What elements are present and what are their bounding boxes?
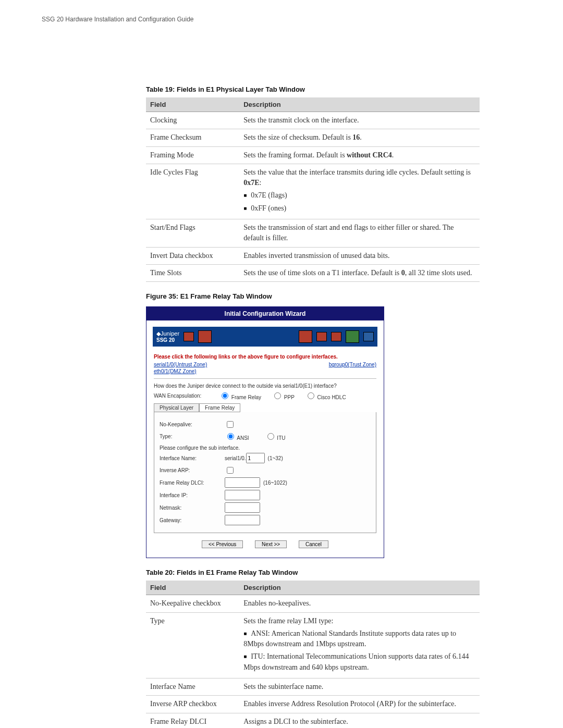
gateway-input[interactable] — [225, 515, 260, 525]
wizard-title: Initial Configuration Wizard — [146, 307, 384, 320]
desc-cell: Sets the value that the interface transm… — [239, 164, 480, 219]
list-item: ITU: International Telecommunications Un… — [243, 651, 475, 673]
table-row: Invert Data checkbox Enables inverted tr… — [146, 247, 480, 264]
interface-ip-label: Interface IP: — [160, 492, 225, 498]
no-keepalive-checkbox[interactable] — [227, 421, 234, 428]
table-row: No-Keepalive checkbox Enables no-keepali… — [146, 595, 480, 612]
tab-physical-layer[interactable]: Physical Layer — [154, 403, 199, 412]
field-cell: Frame Checksum — [146, 129, 239, 146]
list-item: 0x7E (flags) — [243, 190, 475, 201]
table-row: Frame Relay DLCI Assigns a DLCI to the s… — [146, 713, 480, 728]
table20-head-desc: Description — [239, 581, 480, 595]
table-row: Type Sets the frame relay LMI type: ANSI… — [146, 612, 480, 678]
table19-head-desc: Description — [239, 97, 480, 112]
desc-cell: Sets the subinterface name. — [239, 678, 480, 696]
field-cell: Type — [146, 612, 239, 678]
list-item: 0xFF (ones) — [243, 203, 475, 214]
table20-caption: Table 20: Fields in E1 Frame Relay Tab W… — [146, 569, 480, 576]
device-icon — [331, 332, 341, 341]
field-cell: Interface Name — [146, 678, 239, 696]
next-button[interactable]: Next >> — [255, 540, 287, 548]
radio-ppp[interactable]: PPP — [272, 391, 295, 400]
desc-cell: Enables inverse Address Resolution Proto… — [239, 696, 480, 713]
table-row: Frame Checksum Sets the size of checksum… — [146, 129, 480, 146]
link-eth-dmz[interactable]: eth0/1(DMZ Zone) — [154, 368, 197, 374]
table-row: Idle Cycles Flag Sets the value that the… — [146, 164, 480, 219]
previous-button[interactable]: << Previous — [202, 540, 243, 548]
inverse-arp-checkbox[interactable] — [227, 467, 234, 474]
inverse-arp-label: Inverse ARP: — [160, 467, 225, 473]
table-row: Clocking Sets the transmit clock on the … — [146, 112, 480, 129]
table19-caption: Table 19: Fields in E1 Physical Layer Ta… — [146, 85, 480, 93]
dlci-range: (16~1022) — [263, 480, 287, 486]
link-bgroup-trust[interactable]: bgroup0(Trust Zone) — [329, 362, 376, 367]
device-icon — [346, 330, 359, 343]
table-row: Inverse ARP checkbox Enables inverse Add… — [146, 696, 480, 713]
netmask-label: Netmask: — [160, 505, 225, 511]
interface-name-label: Interface Name: — [160, 455, 225, 461]
desc-cell: Enables no-keepalives. — [239, 595, 480, 612]
tab-frame-relay[interactable]: Frame Relay — [199, 403, 240, 412]
table19-head-field: Field — [146, 97, 239, 112]
table-row: Start/End Flags Sets the transmission of… — [146, 219, 480, 248]
radio-frame-relay[interactable]: Frame Relay — [219, 391, 261, 400]
product-name: SSG 20 — [156, 337, 179, 343]
no-keepalive-label: No-Keepalive: — [160, 422, 225, 427]
table20: Field Description No-Keepalive checkbox … — [146, 581, 480, 728]
wizard-banner: ◆Juniper SSG 20 — [153, 327, 377, 347]
radio-cisco-hdlc[interactable]: Cisco HDLC — [305, 391, 346, 400]
list-item: ANSI: American National Standards Instit… — [243, 628, 475, 650]
device-icon — [299, 330, 312, 343]
desc-cell: Assigns a DLCI to the subinterface. — [239, 713, 480, 728]
field-cell: Clocking — [146, 112, 239, 129]
table19: Field Description Clocking Sets the tran… — [146, 97, 480, 282]
radio-ansi[interactable]: ANSI — [225, 431, 249, 441]
question-text: How does the Juniper device connect to t… — [154, 383, 376, 389]
link-serial-untrust[interactable]: serial1/0(Untrust Zone) — [154, 362, 207, 367]
table20-head-field: Field — [146, 581, 239, 595]
figure35-caption: Figure 35: E1 Frame Relay Tab Window — [146, 292, 480, 300]
dlci-label: Frame Relay DLCI: — [160, 480, 225, 486]
field-cell: Frame Relay DLCI — [146, 713, 239, 728]
interface-name-range: (1~32) — [268, 455, 283, 461]
table-row: Framing Mode Sets the framing format. De… — [146, 146, 480, 164]
desc-cell: Enables inverted transmission of unused … — [239, 247, 480, 264]
interface-name-prefix: serial1/0. — [225, 455, 246, 461]
wan-encap-label: WAN Encapsulation: — [154, 393, 219, 399]
field-cell: Time Slots — [146, 264, 239, 281]
interface-ip-input[interactable] — [225, 490, 260, 500]
field-cell: Invert Data checkbox — [146, 247, 239, 264]
gateway-label: Gateway: — [160, 517, 225, 523]
field-cell: No-Keepalive checkbox — [146, 595, 239, 612]
interface-name-input[interactable] — [246, 453, 265, 463]
table-row: Interface Name Sets the subinterface nam… — [146, 678, 480, 696]
field-cell: Framing Mode — [146, 146, 239, 164]
desc-cell: Sets the frame relay LMI type: ANSI: Ame… — [239, 612, 480, 678]
desc-cell: Sets the transmission of start and end f… — [239, 219, 480, 248]
field-cell: Idle Cycles Flag — [146, 164, 239, 219]
radio-itu[interactable]: ITU — [265, 431, 286, 441]
netmask-input[interactable] — [225, 502, 260, 513]
desc-cell: Sets the transmit clock on the interface… — [239, 112, 480, 129]
tab-body: No-Keepalive: Type: ANSI ITU Please conf… — [154, 412, 376, 533]
dlci-input[interactable] — [225, 477, 260, 488]
wizard-window: Initial Configuration Wizard ◆Juniper SS… — [146, 306, 384, 558]
cancel-button[interactable]: Cancel — [299, 540, 328, 548]
desc-cell: Sets the size of checksum. Default is 16… — [239, 129, 480, 146]
device-icon — [363, 332, 374, 341]
instruction-text: Please click the following links or the … — [154, 354, 376, 360]
field-cell: Start/End Flags — [146, 219, 239, 248]
device-icon — [316, 332, 327, 341]
field-cell: Inverse ARP checkbox — [146, 696, 239, 713]
brand-name: Juniper — [161, 330, 179, 337]
desc-cell: Sets the use of time slots on a T1 inter… — [239, 264, 480, 281]
type-label: Type: — [160, 434, 225, 439]
device-icon — [198, 330, 212, 343]
desc-cell: Sets the framing format. Default is with… — [239, 146, 480, 164]
running-header: SSG 20 Hardware Installation and Configu… — [42, 16, 521, 23]
subinterface-note: Please configure the sub interface. — [160, 445, 371, 451]
device-icon — [183, 332, 194, 341]
table-row: Time Slots Sets the use of time slots on… — [146, 264, 480, 281]
